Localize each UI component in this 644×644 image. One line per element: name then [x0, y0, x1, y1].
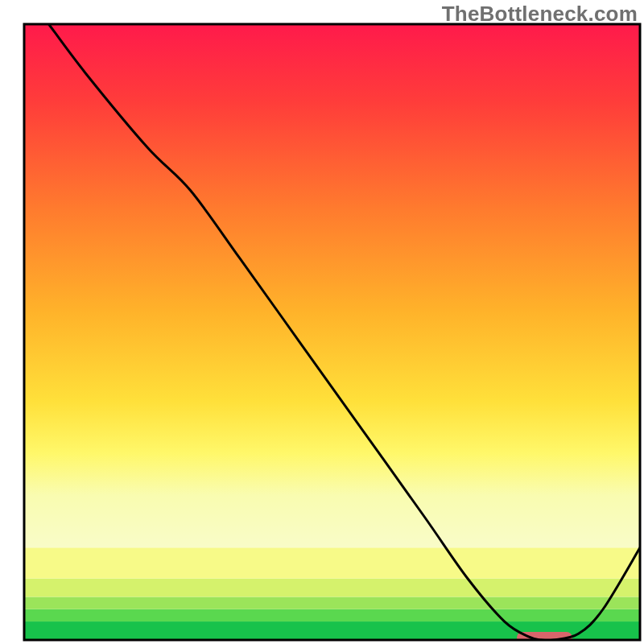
background-band — [24, 24, 640, 547]
chart-canvas — [0, 0, 644, 644]
background-band — [24, 609, 640, 621]
bottleneck-chart: TheBottleneck.com — [0, 0, 644, 644]
background-band — [24, 597, 640, 609]
watermark-label: TheBottleneck.com — [442, 2, 638, 27]
background-band — [24, 547, 640, 578]
background-band — [24, 579, 640, 597]
